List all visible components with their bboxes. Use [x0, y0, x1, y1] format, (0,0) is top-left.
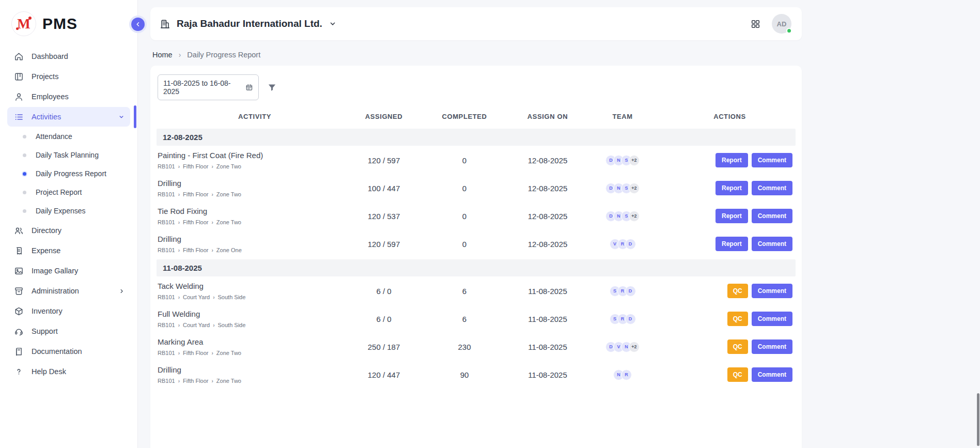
sidebar-subitem-daily-expenses[interactable]: Daily Expenses	[0, 202, 137, 220]
chevron-left-icon	[135, 21, 141, 27]
report-button[interactable]: Report	[715, 153, 748, 167]
team-member-avatar[interactable]: D	[625, 286, 636, 297]
sidebar-item-projects[interactable]: Projects	[7, 67, 130, 86]
company-selector[interactable]: Raja Bahadur International Ltd.	[160, 18, 337, 29]
sidebar-subitem-project-report[interactable]: Project Report	[0, 183, 137, 202]
breadcrumb-current: Daily Progress Report	[187, 51, 260, 59]
completed-value: 0	[415, 184, 514, 193]
team-member-avatar[interactable]: D	[625, 239, 636, 250]
team-extra-count[interactable]: +2	[629, 183, 640, 194]
team-extra-count[interactable]: +2	[629, 211, 640, 222]
sidebar-item-directory[interactable]: Directory	[7, 221, 130, 240]
path-separator-icon: ›	[178, 192, 180, 197]
sidebar-item-administration[interactable]: Administration	[7, 281, 130, 301]
team-extra-count[interactable]: +2	[629, 155, 640, 166]
report-button[interactable]: Report	[715, 181, 748, 195]
sidebar-item-label: Image Gallary	[32, 267, 78, 275]
qc-button[interactable]: QC	[727, 284, 748, 298]
sidebar-item-documentation[interactable]: Documentation	[7, 342, 130, 361]
activity-path: RB101›Fifth Floor›Zone Two	[158, 219, 353, 225]
scrollbar[interactable]	[977, 393, 979, 446]
sidebar-item-activities[interactable]: Activities	[7, 107, 130, 127]
path-separator-icon: ›	[212, 350, 213, 356]
filter-icon[interactable]	[267, 83, 277, 92]
path-segment: RB101	[158, 350, 175, 356]
sidebar-item-label: Expense	[32, 246, 60, 255]
report-button[interactable]: Report	[715, 209, 748, 223]
comment-button[interactable]: Comment	[752, 153, 792, 167]
sidebar-item-expense[interactable]: Expense	[7, 241, 130, 260]
date-range-picker[interactable]: 11-08-2025 to 16-08-2025	[158, 74, 259, 100]
assigned-value: 120 / 597	[353, 240, 415, 249]
sidebar-item-help-desk[interactable]: Help Desk	[7, 362, 130, 381]
team-extra-count[interactable]: +2	[629, 342, 640, 352]
activity-cell: Painting - First Coat (Fire Red) RB101›F…	[157, 151, 353, 169]
table-row: Painting - First Coat (Fire Red) RB101›F…	[157, 147, 796, 175]
path-segment: Fifth Floor	[183, 378, 209, 384]
logo-text: PMS	[42, 15, 77, 33]
assign-on-value: 11-08-2025	[514, 287, 581, 296]
team-member-avatar[interactable]: D	[625, 314, 636, 325]
qc-button[interactable]: QC	[727, 367, 748, 382]
sidebar-subitem-attendance[interactable]: Attendance	[0, 127, 137, 146]
chevron-right-icon	[118, 288, 125, 295]
assigned-value: 6 / 0	[353, 287, 415, 296]
sidebar-item-support[interactable]: Support	[7, 321, 130, 341]
sidebar-item-dashboard[interactable]: Dashboard	[7, 47, 130, 66]
assigned-value: 120 / 537	[353, 212, 415, 221]
user-avatar[interactable]: AD	[772, 14, 791, 34]
comment-button[interactable]: Comment	[752, 209, 792, 223]
comment-button[interactable]: Comment	[752, 284, 792, 298]
date-range-value: 11-08-2025 to 16-08-2025	[163, 79, 240, 96]
path-separator-icon: ›	[212, 192, 213, 197]
activity-title: Drilling	[158, 235, 353, 243]
table-row: Full Welding RB101›Court Yard›South Side…	[157, 305, 796, 333]
activity-title: Painting - First Coat (Fire Red)	[158, 151, 353, 160]
comment-button[interactable]: Comment	[752, 367, 792, 382]
row-actions: ReportComment	[664, 237, 796, 251]
report-panel: 11-08-2025 to 16-08-2025 ACTIVITY ASSIGN…	[150, 66, 802, 448]
sidebar-item-label: Activities	[32, 113, 61, 121]
breadcrumb-home-link[interactable]: Home	[152, 51, 173, 59]
qc-button[interactable]: QC	[727, 312, 748, 326]
sidebar-item-employees[interactable]: Employees	[7, 87, 130, 106]
activity-title: Marking Area	[158, 337, 353, 346]
documentation-icon	[13, 346, 24, 357]
sidebar-subitem-label: Attendance	[36, 132, 72, 141]
path-segment: Fifth Floor	[183, 350, 209, 356]
column-header-assign-on: ASSIGN ON	[514, 113, 581, 120]
team-member-avatar[interactable]: R	[621, 369, 632, 380]
path-separator-icon: ›	[212, 378, 213, 384]
assign-on-value: 11-08-2025	[514, 343, 581, 351]
path-separator-icon: ›	[178, 164, 180, 169]
sidebar-subitem-daily-progress-report[interactable]: Daily Progress Report	[0, 164, 137, 183]
completed-value: 6	[415, 287, 514, 296]
sidebar-subitem-label: Daily Task Planning	[36, 151, 99, 159]
activity-cell: Drilling RB101›Fifth Floor›Zone Two	[157, 365, 353, 384]
comment-button[interactable]: Comment	[752, 181, 792, 195]
comment-button[interactable]: Comment	[752, 237, 792, 251]
activity-cell: Marking Area RB101›Fifth Floor›Zone Two	[157, 337, 353, 356]
sidebar-collapse-button[interactable]	[131, 18, 145, 31]
sidebar-item-inventory[interactable]: Inventory	[7, 301, 130, 321]
qc-button[interactable]: QC	[727, 339, 748, 354]
logo-m-icon: M	[11, 11, 36, 36]
calendar-icon	[245, 83, 253, 91]
path-separator-icon: ›	[178, 378, 180, 384]
inventory-icon	[13, 306, 24, 316]
comment-button[interactable]: Comment	[752, 312, 792, 326]
sidebar-subitem-daily-task-planning[interactable]: Daily Task Planning	[0, 146, 137, 164]
activity-path: RB101›Court Yard›South Side	[158, 322, 353, 328]
row-actions: QCComment	[664, 284, 796, 298]
row-actions: ReportComment	[664, 181, 796, 195]
sidebar-item-label: Directory	[32, 226, 61, 235]
active-bullet-icon	[23, 172, 26, 176]
activity-path: RB101›Fifth Floor›Zone Two	[158, 378, 353, 384]
comment-button[interactable]: Comment	[752, 339, 792, 354]
report-button[interactable]: Report	[715, 237, 748, 251]
sidebar-item-image-gallery[interactable]: Image Gallary	[7, 261, 130, 281]
apps-grid-icon[interactable]	[751, 19, 760, 29]
completed-value: 230	[415, 343, 514, 351]
activity-path: RB101›Fifth Floor›Zone Two	[158, 191, 353, 197]
completed-value: 6	[415, 315, 514, 323]
